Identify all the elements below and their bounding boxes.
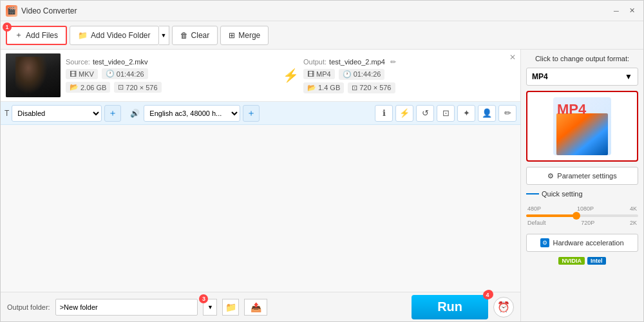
title-bar: 🎬 Video Converter ─ ✕ xyxy=(1,1,643,21)
watermark-button[interactable]: 👤 xyxy=(478,105,496,122)
mp4-thumbnail xyxy=(556,113,608,155)
window-title: Video Converter xyxy=(21,6,610,15)
audio-icon: 🔊 xyxy=(130,109,140,118)
add-files-button[interactable]: ＋ Add Files xyxy=(6,26,67,45)
clear-button[interactable]: 🗑 Clear xyxy=(172,26,218,45)
right-panel: Click to change output format: MP4 ▼ MP4… xyxy=(521,50,643,321)
format-dropdown-icon: ▼ xyxy=(625,72,632,81)
merge-button[interactable]: ⊞ Merge xyxy=(220,26,269,45)
upload-button[interactable]: 📤 xyxy=(244,299,267,316)
quality-slider-fill xyxy=(526,214,576,217)
output-format: MP4 xyxy=(316,70,331,78)
close-file-button[interactable]: ✕ xyxy=(507,52,518,62)
source-duration-badge: 🕐 01:44:26 xyxy=(102,68,148,79)
audio-select[interactable]: English ac3, 48000 h... xyxy=(144,105,240,122)
source-size: 2.06 GB xyxy=(80,84,106,91)
output-film-icon: 🎞 xyxy=(307,70,314,78)
clock-icon: 🕐 xyxy=(106,70,115,78)
lightning-icon: ⚡ xyxy=(283,68,299,83)
source-filename: test_video_2.mkv xyxy=(93,58,148,66)
subtitle-text-icon: T xyxy=(5,109,9,118)
folder-icon: 📁 xyxy=(78,31,88,40)
main-content: Source: test_video_2.mkv 🎞 MKV 🕐 01:44:2… xyxy=(1,50,643,321)
subtitle-bar: T Disabled ＋ 🔊 English ac3, 48000 h... ＋… xyxy=(1,102,520,125)
label-480p: 480P xyxy=(527,205,541,212)
output-resolution: 720 × 576 xyxy=(359,84,391,91)
rotate-button[interactable]: ↺ xyxy=(416,105,434,122)
trash-icon: 🗑 xyxy=(180,31,188,40)
hardware-acceleration-button[interactable]: ⚙ Hardware acceleration xyxy=(526,234,638,252)
quality-slider-container: 480P 1080P 4K Default 720P 2K xyxy=(526,203,638,229)
source-duration: 01:44:26 xyxy=(117,70,144,78)
speed-button[interactable]: ⚡ xyxy=(395,105,413,122)
label-1080p: 1080P xyxy=(577,205,594,212)
quick-setting-label: Quick setting xyxy=(526,190,638,198)
app-window: 🎬 Video Converter ─ ✕ 1 ＋ Add Files 📁 Ad… xyxy=(0,0,644,322)
add-folder-dropdown[interactable]: ▼ xyxy=(159,26,169,45)
browse-folder-button[interactable]: 📁 xyxy=(222,299,239,316)
res-icon: ⊡ xyxy=(118,83,124,91)
nvidia-badge: NVIDIA xyxy=(558,257,585,265)
info-button[interactable]: ℹ xyxy=(375,105,393,122)
app-icon: 🎬 xyxy=(6,5,17,17)
format-preview-box[interactable]: MP4 xyxy=(526,91,638,162)
add-audio-button[interactable]: ＋ xyxy=(243,105,260,122)
output-dropdown-wrapper: 3 ▼ xyxy=(203,299,217,316)
source-size-row: 📂 2.06 GB ⊡ 720 × 576 xyxy=(66,82,278,93)
run-button[interactable]: Run xyxy=(412,295,488,319)
output-duration: 01:44:26 xyxy=(354,70,381,78)
label-720p: 720P xyxy=(581,220,594,226)
source-header: Source: test_video_2.mkv xyxy=(66,58,278,66)
minimize-button[interactable]: ─ xyxy=(610,5,623,17)
bottom-bar: Output folder: 3 ▼ 📁 📤 4 Run ⏰ xyxy=(1,292,520,321)
format-select-button[interactable]: MP4 ▼ xyxy=(526,68,638,86)
source-format: MKV xyxy=(79,70,94,78)
file-row: Source: test_video_2.mkv 🎞 MKV 🕐 01:44:2… xyxy=(1,50,520,102)
gpu-badges: NVIDIA Intel xyxy=(526,257,638,265)
run-button-wrapper: 4 Run xyxy=(412,295,488,319)
close-button[interactable]: ✕ xyxy=(625,5,638,17)
effects-button[interactable]: ✦ xyxy=(457,105,475,122)
file-info: Source: test_video_2.mkv 🎞 MKV 🕐 01:44:2… xyxy=(66,58,515,93)
output-size-row: 📂 1.4 GB ⊡ 720 × 576 xyxy=(303,82,515,93)
output-format-badge: 🎞 MP4 xyxy=(303,69,335,79)
add-folder-button[interactable]: 📁 Add Video Folder xyxy=(70,26,159,45)
source-res-badge: ⊡ 720 × 576 xyxy=(114,82,161,93)
quality-top-labels: 480P 1080P 4K xyxy=(526,205,638,212)
output-format-row: 🎞 MP4 🕐 01:44:26 xyxy=(303,69,515,80)
mp4-preview: MP4 xyxy=(553,97,611,155)
window-controls: ─ ✕ xyxy=(610,5,638,17)
settings-icon: ⚙ xyxy=(547,172,554,180)
output-size-badge: 📂 1.4 GB xyxy=(303,82,344,93)
output-info: Output: test_video_2.mp4 ✏ 🎞 MP4 🕐 xyxy=(303,58,515,93)
source-resolution: 720 × 576 xyxy=(126,84,157,91)
subtitle-select[interactable]: Disabled xyxy=(12,105,102,122)
toolbar: 1 ＋ Add Files 📁 Add Video Folder ▼ 🗑 Cle… xyxy=(1,21,643,50)
source-size-badge: 📂 2.06 GB xyxy=(66,82,110,93)
parameter-settings-button[interactable]: ⚙ Parameter settings xyxy=(526,167,638,185)
mp4-label: MP4 xyxy=(557,101,586,118)
output-filename: test_video_2.mp4 xyxy=(329,58,385,66)
crop-button[interactable]: ⊡ xyxy=(437,105,455,122)
video-thumbnail xyxy=(6,53,61,97)
run-badge: 4 xyxy=(483,290,492,299)
edit-button[interactable]: ✏ xyxy=(498,105,516,122)
output-size: 1.4 GB xyxy=(318,84,340,91)
source-format-row: 🎞 MKV 🕐 01:44:26 xyxy=(66,68,278,79)
output-folder-input[interactable] xyxy=(55,299,198,316)
output-duration-badge: 🕐 01:44:26 xyxy=(339,69,385,80)
source-format-badge: 🎞 MKV xyxy=(66,69,98,79)
quality-slider-track[interactable] xyxy=(526,214,638,217)
add-files-wrapper: 1 ＋ Add Files xyxy=(6,26,67,45)
quality-slider-thumb[interactable] xyxy=(573,212,580,220)
output-folder-icon: 📂 xyxy=(307,84,316,92)
add-folder-group: 📁 Add Video Folder ▼ xyxy=(70,26,169,45)
label-default: Default xyxy=(527,220,546,226)
dropdown-badge: 3 xyxy=(199,294,208,303)
output-folder-label: Output folder: xyxy=(7,303,50,311)
format-name: MP4 xyxy=(532,72,548,81)
add-icon: ＋ xyxy=(15,30,23,41)
add-subtitle-button[interactable]: ＋ xyxy=(104,105,121,122)
alarm-button[interactable]: ⏰ xyxy=(493,297,514,317)
edit-output-icon[interactable]: ✏ xyxy=(390,58,396,66)
